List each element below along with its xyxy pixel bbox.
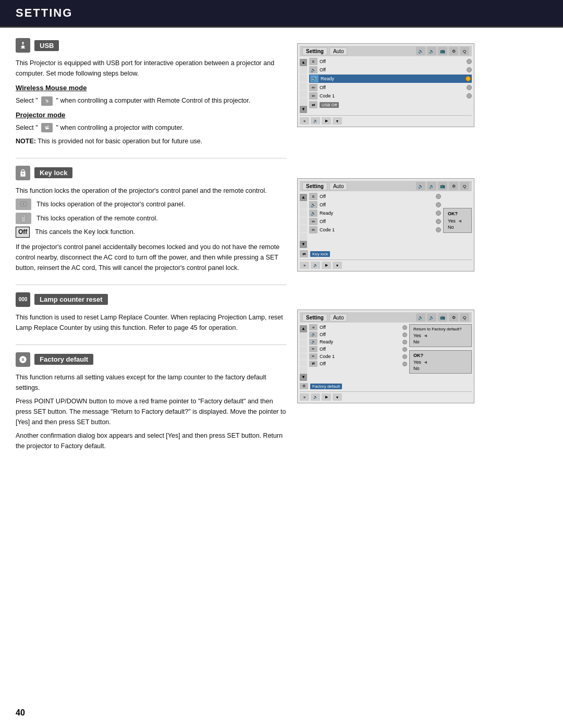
fs-nav-3: ▶ xyxy=(322,393,331,401)
usb-row-4: ✏ Off xyxy=(309,84,472,91)
usb-row-icon: ⇄ xyxy=(309,101,317,108)
sidebar-rows-4 xyxy=(300,90,307,97)
kl-r5-ind xyxy=(436,227,441,232)
kl-nav: ≡ 🔈 ▶ ▼ xyxy=(300,260,472,269)
fs-d1-yes-row: Yes ◄ xyxy=(413,333,468,338)
fs-d1-no: No xyxy=(413,339,420,344)
kl-s3 xyxy=(300,217,307,225)
kl-r3-icon: 🔊 xyxy=(309,209,317,217)
kl-r2-label: Off xyxy=(320,202,326,207)
kl-r5-label: Code 1 xyxy=(320,227,335,232)
usb-screen-topbar: Setting Auto 🔈 🔊 📺 ⚙ Q xyxy=(300,46,472,56)
keylock-warning: If the projector's control panel acciden… xyxy=(16,242,287,273)
kl-row-4: ✏ Off xyxy=(309,218,441,225)
fs-d2-no: No xyxy=(413,366,420,371)
factory-screen-auto: Auto xyxy=(329,314,348,322)
row4-indicator xyxy=(467,85,472,90)
nav-icon-4: ▼ xyxy=(333,117,342,125)
kl-sidebar: ▲ ▼ xyxy=(300,193,307,248)
fs-r2-icon: 🔈 xyxy=(309,331,317,338)
kl-selected-row: ⇄ Key lock xyxy=(300,250,472,257)
fs-nav-4: ▼ xyxy=(333,393,342,401)
kl-r1-ind xyxy=(436,194,441,199)
usb-screen-body: ▲ ▼ ≡ Off 🔈 xyxy=(300,58,472,113)
kl-arrow-up: ▲ xyxy=(300,194,307,201)
divider-3 xyxy=(16,344,287,345)
fs-r5-label: Code 1 xyxy=(320,354,335,359)
fs-icon-3: 📺 xyxy=(438,313,447,322)
keylock-off-text: This cancels the Key lock function. xyxy=(35,227,135,237)
fs-r3-ind xyxy=(402,340,407,344)
keylock-screen-tab: Setting xyxy=(302,182,327,190)
screen-icon-3: 📺 xyxy=(438,47,447,55)
projector-mode-text: Select " 📽 " when controlling a projecto… xyxy=(16,122,287,133)
fs-r5-ind xyxy=(402,354,407,359)
usb-body: This Projector is equipped with USB port… xyxy=(16,58,287,146)
fs-r5-icon: ✏ xyxy=(309,353,317,360)
wireless-mouse-text: Select " 🖱 " when controlling a computer… xyxy=(16,95,287,106)
fs-rows: ≡ Off 🔈 Off 🔊 Ready ✏ xyxy=(309,324,407,381)
usb-label: USB xyxy=(34,40,59,51)
sidebar-rows-3 xyxy=(300,82,307,90)
sidebar-arrow-up: ▲ xyxy=(300,59,307,66)
lamp-title-bar: 000 Lamp counter reset xyxy=(16,292,287,307)
keylock-remote-text: This locks operation of the remote contr… xyxy=(36,213,158,224)
fs-nav-2: 🔈 xyxy=(311,393,320,401)
factory-screen-icons: 🔈 🔊 📺 ⚙ Q xyxy=(416,313,469,322)
kl-icon-4: ⚙ xyxy=(449,182,458,190)
fs-r4-icon: ✏ xyxy=(309,346,317,352)
fs-dialog2-title: OK? xyxy=(413,353,468,358)
fs-d2-yes: Yes xyxy=(413,360,421,365)
projector-mode-title: Projector mode xyxy=(16,110,287,121)
factory-screen-tab: Setting xyxy=(302,314,327,322)
svg-rect-3 xyxy=(22,215,25,216)
keylock-section: Key lock This function locks the operati… xyxy=(16,166,287,273)
lamp-section: 000 Lamp counter reset This function is … xyxy=(16,292,287,333)
kl-selected-label: Key lock xyxy=(310,251,330,257)
lamp-icon: 000 xyxy=(16,292,30,307)
usb-screen-tab: Setting xyxy=(302,47,327,55)
kl-dialog: OK? Yes ◄ No xyxy=(443,208,472,233)
factory-section: Factory default This function returns al… xyxy=(16,352,287,451)
keylock-panel-text: This locks operation of the projector's … xyxy=(36,199,185,209)
factory-screen-panel: Setting Auto 🔈 🔊 📺 ⚙ Q ▲ xyxy=(297,310,474,403)
fs-r6-ind xyxy=(402,362,407,366)
keylock-screen-auto: Auto xyxy=(329,182,348,190)
keylock-screen-panel: Setting Auto 🔈 🔊 📺 ⚙ Q ▲ xyxy=(297,178,474,272)
row4-icon: ✏ xyxy=(309,84,317,91)
kl-s5 xyxy=(300,233,307,240)
fs-dialog1-title: Return to Factory default? xyxy=(413,327,468,331)
usb-screen-nav: ≡ 🔈 ▶ ▼ xyxy=(300,115,472,125)
keylock-intro: This function locks the operation of the… xyxy=(16,186,287,196)
row4-label: Off xyxy=(320,85,326,90)
kl-dialog-title: OK? xyxy=(448,211,467,216)
screen-icon-4: ⚙ xyxy=(449,47,458,55)
row3-label: Ready xyxy=(321,76,334,81)
sidebar-rows-2 xyxy=(300,75,307,82)
usb-note: NOTE: This is provided not for basic ope… xyxy=(16,136,287,146)
fs-row-6: ⇄ Off xyxy=(309,361,407,367)
fs-d1-no-row: No xyxy=(413,339,468,344)
fs-s6 xyxy=(300,367,307,373)
kl-yes-arrow: ◄ xyxy=(458,218,462,224)
fs-row-1: ≡ Off xyxy=(309,324,407,330)
fs-arrow-up: ▲ xyxy=(300,325,307,332)
fs-s2 xyxy=(300,340,307,346)
keylock-item-off: Off This cancels the Key lock function. xyxy=(16,227,287,238)
sidebar-arrow-dn: ▼ xyxy=(300,106,307,113)
fs-s4 xyxy=(300,353,307,360)
row5-label: Code 1 xyxy=(320,93,335,98)
keylock-title-bar: Key lock xyxy=(16,166,287,180)
fs-r6-icon: ⇄ xyxy=(309,361,317,367)
kl-r4-label: Off xyxy=(320,219,326,224)
fs-r6-label: Off xyxy=(320,361,326,366)
factory-screen-body: ▲ ▼ ≡ Off 🔈 xyxy=(300,324,472,381)
keylock-screen-body: ▲ ▼ ≡ Off 🔈 Off xyxy=(300,193,472,248)
fs-row-4: ✏ Off xyxy=(309,346,407,352)
row1-label: Off xyxy=(320,59,326,64)
kl-s4 xyxy=(300,225,307,232)
lamp-text: This function is used to reset Lamp Repl… xyxy=(16,312,287,333)
svg-rect-2 xyxy=(21,214,26,222)
kl-s1 xyxy=(300,202,307,209)
lamp-icon-text: 000 xyxy=(19,297,28,302)
